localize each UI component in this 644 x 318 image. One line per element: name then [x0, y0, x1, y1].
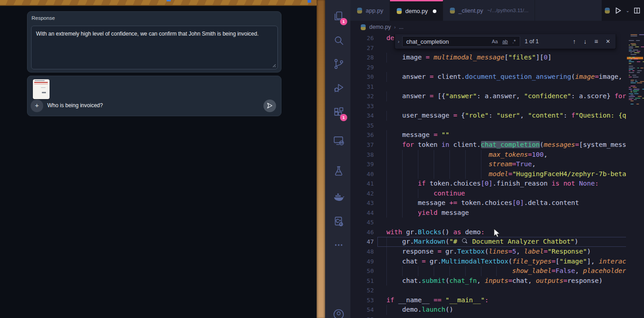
- minimap-line: [629, 70, 630, 71]
- resize-handle-icon[interactable]: [272, 63, 276, 68]
- send-button[interactable]: [263, 100, 276, 112]
- code-line[interactable]: 40 model="HuggingFaceH4/zephyr-7b-beta",: [350, 169, 644, 179]
- code-text: answer = [{"answer": a.answer, "confiden…: [386, 91, 644, 101]
- breadcrumb-more[interactable]: ...: [399, 24, 404, 30]
- indent-guide: [402, 179, 403, 189]
- tab-label: app.py: [366, 7, 383, 14]
- code-line[interactable]: 55: [350, 315, 644, 318]
- code-line[interactable]: 39 stream=True,: [350, 159, 644, 169]
- dev-tools-icon[interactable]: [332, 215, 345, 228]
- remote-explorer-icon[interactable]: [332, 134, 345, 147]
- line-number: 49: [350, 257, 374, 267]
- match-case-toggle[interactable]: Aa: [490, 38, 499, 45]
- minimap-line: [630, 95, 634, 95]
- chat-input-text[interactable]: Who is being invoiced?: [47, 102, 103, 109]
- code-line[interactable]: 35: [350, 121, 644, 131]
- search-icon[interactable]: [332, 34, 345, 47]
- python-file-icon: [360, 24, 366, 30]
- toggle-replace-chevron-icon[interactable]: ›: [395, 39, 402, 44]
- code-line[interactable]: 32 answer = [{"answer": a.answer, "confi…: [350, 91, 644, 101]
- more-icon[interactable]: [332, 239, 345, 251]
- response-textarea[interactable]: With an extremely high level of confiden…: [31, 26, 278, 69]
- code-line[interactable]: 28 image = multimodal_message["files"][0…: [350, 53, 644, 63]
- code-line[interactable]: 52: [350, 286, 644, 295]
- minimap-line: [629, 57, 631, 58]
- explorer-badge: 1: [340, 18, 347, 25]
- breadcrumb-file[interactable]: demo.py: [369, 24, 391, 30]
- indent-guide: [386, 305, 387, 315]
- indent-guide: [386, 179, 387, 189]
- code-text: [386, 63, 644, 73]
- hidden-tab-python-icon[interactable]: [604, 8, 610, 14]
- source-control-icon[interactable]: [332, 58, 345, 70]
- code-line[interactable]: 34 user_message = {"role": "user", "cont…: [350, 111, 644, 121]
- run-dropdown-chevron-icon[interactable]: ⌄: [626, 8, 630, 13]
- tab-client-py[interactable]: _client.py ~/.../python3.11/...: [443, 0, 535, 21]
- minimap-line: [633, 91, 637, 92]
- code-line[interactable]: 42 continue: [350, 189, 644, 199]
- code-line[interactable]: 43 message += token.choices[0].delta.con…: [350, 198, 644, 208]
- indent-guide: [386, 111, 387, 121]
- find-previous-icon[interactable]: ↑: [573, 38, 576, 45]
- find-next-icon[interactable]: ↓: [584, 38, 587, 45]
- code-line[interactable]: 46with gr.Blocks() as demo:: [350, 227, 644, 237]
- code-line[interactable]: 45: [350, 218, 644, 227]
- minimap[interactable]: [626, 33, 644, 318]
- code-line[interactable]: 47 gr.Markdown("# Document Analyzer Chat…: [350, 237, 644, 247]
- line-number: 46: [350, 227, 374, 237]
- minimap-line: [641, 46, 644, 47]
- find-input[interactable]: chat_completion Aa ab .*: [402, 36, 520, 47]
- indent-guide: [386, 150, 387, 160]
- account-icon[interactable]: [332, 308, 345, 318]
- modified-dot-icon[interactable]: [433, 9, 436, 13]
- run-debug-icon[interactable]: [332, 82, 345, 94]
- line-number: 48: [350, 247, 374, 257]
- docker-icon[interactable]: [332, 191, 345, 204]
- indent-guide: [434, 159, 434, 169]
- minimap-line: [636, 104, 639, 104]
- code-text: [386, 315, 644, 318]
- code-line[interactable]: 48 response = gr.Textbox(lines=5, label=…: [350, 247, 644, 257]
- code-text: message += token.choices[0].delta.conten…: [386, 198, 644, 208]
- close-find-icon[interactable]: ✕: [606, 38, 610, 45]
- explorer-icon[interactable]: 1: [332, 10, 345, 23]
- indent-guide: [449, 150, 450, 160]
- wallpaper-speck: [308, 0, 311, 3]
- indent-guide: [386, 159, 387, 169]
- code-line[interactable]: 31: [350, 82, 644, 92]
- code-line[interactable]: 53if __name__ == "__main__":: [350, 295, 644, 305]
- regex-toggle[interactable]: .*: [511, 38, 517, 45]
- run-button[interactable]: [614, 7, 622, 14]
- split-editor-button[interactable]: [634, 7, 640, 14]
- code-text: demo.launch(): [386, 305, 644, 315]
- whole-word-toggle[interactable]: ab: [500, 38, 509, 45]
- code-line[interactable]: 30 answer = client.document_question_ans…: [350, 72, 644, 82]
- line-number: 33: [350, 101, 374, 111]
- minimap-line: [629, 46, 633, 47]
- code-line[interactable]: 29: [350, 63, 644, 73]
- line-number: 47: [350, 237, 374, 247]
- minimap-line: [637, 68, 639, 68]
- tab-app-py[interactable]: app.py: [350, 0, 390, 21]
- code-text: model="HuggingFaceH4/zephyr-7b-beta",: [386, 169, 644, 179]
- code-line[interactable]: 44 yield message: [350, 208, 644, 218]
- code-line[interactable]: 33: [350, 101, 644, 111]
- tab-demo-py[interactable]: demo.py: [390, 0, 443, 21]
- code-line[interactable]: 37 for token in client.chat_completion(m…: [350, 140, 644, 150]
- code-line[interactable]: 51 chat.submit(chat_fn, inputs=chat, out…: [350, 276, 644, 286]
- code-line[interactable]: 49 chat = gr.MultimodalTextbox(file_type…: [350, 257, 644, 267]
- code-line[interactable]: 41 if token.choices[0].finish_reason is …: [350, 179, 644, 189]
- extensions-icon[interactable]: 1: [332, 106, 345, 119]
- code-line[interactable]: 38 max_tokens=100,: [350, 150, 644, 160]
- code-text: message = "": [386, 130, 644, 140]
- code-editor[interactable]: 26de2728 image = multimodal_message["fil…: [350, 33, 644, 318]
- code-line[interactable]: 36 message = "": [350, 130, 644, 140]
- uploaded-image-thumbnail[interactable]: ✕: [33, 79, 50, 99]
- code-line[interactable]: 54 demo.launch(): [350, 305, 644, 315]
- attach-file-button[interactable]: +: [31, 100, 43, 112]
- minimap-line: [630, 34, 637, 35]
- code-line[interactable]: 50 show_label=False, placeholder=": [350, 266, 644, 276]
- find-in-selection-icon[interactable]: ≡: [594, 38, 598, 45]
- testing-flask-icon[interactable]: [332, 165, 345, 177]
- minimap-line: [629, 96, 635, 97]
